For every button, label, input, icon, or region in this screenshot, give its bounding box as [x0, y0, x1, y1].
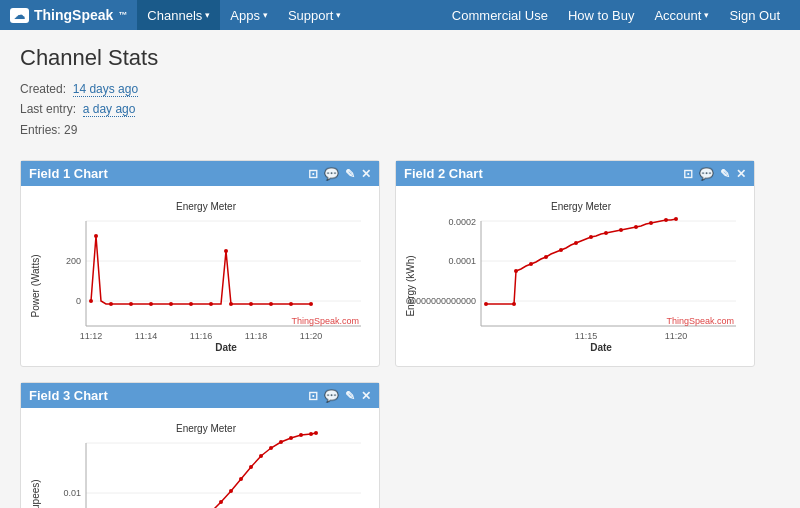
svg-point-54: [649, 221, 653, 225]
chart-card-field1: Field 1 Chart ⊡ 💬 ✎ ✕ Energy Meter Power…: [20, 160, 380, 367]
edit-icon-field1[interactable]: ✎: [345, 167, 355, 181]
chart-body-field2: Energy Meter Energy (kWh) Date 0.0002 0.…: [396, 186, 754, 366]
nav-account[interactable]: Account ▾: [644, 0, 719, 30]
svg-text:0.0001: 0.0001: [448, 256, 476, 266]
chart-title-field3: Field 3 Chart: [29, 388, 308, 403]
chart-body-field3: Energy Meter Bill (Rupees) Date 0.01 0 1…: [21, 408, 379, 508]
chart-title-field1: Field 1 Chart: [29, 166, 308, 181]
entries-row: Entries: 29: [20, 120, 780, 140]
nav-apps-chevron: ▾: [263, 10, 268, 20]
meta-info: Created: 14 days ago Last entry: a day a…: [20, 79, 780, 140]
close-icon-field2[interactable]: ✕: [736, 167, 746, 181]
svg-point-18: [129, 302, 133, 306]
brand-logo[interactable]: ☁ ThingSpeak™: [10, 7, 127, 23]
edit-icon-field3[interactable]: ✎: [345, 389, 355, 403]
nav-support-label: Support: [288, 8, 334, 23]
svg-text:-0.00000000000000000: -0.00000000000000000: [406, 296, 476, 306]
nav-right: Commercial Use How to Buy Account ▾ Sign…: [442, 0, 790, 30]
charts-grid: Field 1 Chart ⊡ 💬 ✎ ✕ Energy Meter Power…: [20, 160, 780, 508]
chart-svg-field1: Energy Meter Power (Watts) Date 200 0: [31, 196, 369, 356]
svg-point-52: [619, 228, 623, 232]
svg-text:11:14: 11:14: [135, 331, 158, 341]
last-entry-label: Last entry:: [20, 102, 76, 116]
svg-text:11:20: 11:20: [665, 331, 688, 341]
chart-title-field2: Field 2 Chart: [404, 166, 683, 181]
nav-apps-label: Apps: [230, 8, 260, 23]
created-label: Created:: [20, 82, 66, 96]
svg-point-50: [589, 235, 593, 239]
svg-point-51: [604, 231, 608, 235]
brand-tm: ™: [118, 10, 127, 20]
svg-point-22: [209, 302, 213, 306]
chart-header-field3: Field 3 Chart ⊡ 💬 ✎ ✕: [21, 383, 379, 408]
svg-point-17: [109, 302, 113, 306]
svg-text:Energy (kWh): Energy (kWh): [406, 256, 416, 317]
close-icon-field3[interactable]: ✕: [361, 389, 371, 403]
nav-apps[interactable]: Apps ▾: [220, 0, 278, 30]
nav-channels[interactable]: Channels ▾: [137, 0, 220, 30]
svg-point-15: [89, 299, 93, 303]
svg-point-20: [169, 302, 173, 306]
svg-point-96: [314, 431, 318, 435]
chart-card-field2: Field 2 Chart ⊡ 💬 ✎ ✕ Energy Meter Energ…: [395, 160, 755, 367]
comment-icon-field1[interactable]: 💬: [324, 167, 339, 181]
svg-text:Energy Meter: Energy Meter: [176, 423, 237, 434]
svg-point-95: [309, 432, 313, 436]
edit-icon-field2[interactable]: ✎: [720, 167, 730, 181]
expand-icon-field3[interactable]: ⊡: [308, 389, 318, 403]
svg-point-45: [514, 269, 518, 273]
chart-icons-field1: ⊡ 💬 ✎ ✕: [308, 167, 371, 181]
svg-point-86: [219, 500, 223, 504]
nav-support[interactable]: Support ▾: [278, 0, 352, 30]
svg-point-26: [269, 302, 273, 306]
navbar: ☁ ThingSpeak™ Channels ▾ Apps ▾ Support …: [0, 0, 800, 30]
svg-point-25: [249, 302, 253, 306]
nav-channels-label: Channels: [147, 8, 202, 23]
svg-text:ThingSpeak.com: ThingSpeak.com: [666, 316, 734, 326]
svg-point-23: [224, 249, 228, 253]
svg-point-48: [559, 248, 563, 252]
created-row: Created: 14 days ago: [20, 79, 780, 99]
chart-icons-field2: ⊡ 💬 ✎ ✕: [683, 167, 746, 181]
svg-point-27: [289, 302, 293, 306]
svg-point-21: [189, 302, 193, 306]
expand-icon-field1[interactable]: ⊡: [308, 167, 318, 181]
svg-text:11:16: 11:16: [190, 331, 213, 341]
svg-point-91: [269, 446, 273, 450]
svg-text:0: 0: [76, 296, 81, 306]
nav-commercial-use[interactable]: Commercial Use: [442, 0, 558, 30]
svg-point-90: [259, 454, 263, 458]
chart-card-field3: Field 3 Chart ⊡ 💬 ✎ ✕ Energy Meter Bill …: [20, 382, 380, 508]
svg-point-47: [544, 255, 548, 259]
svg-point-55: [664, 218, 668, 222]
created-value[interactable]: 14 days ago: [73, 82, 138, 97]
comment-icon-field3[interactable]: 💬: [324, 389, 339, 403]
svg-point-56: [674, 217, 678, 221]
comment-icon-field2[interactable]: 💬: [699, 167, 714, 181]
close-icon-field1[interactable]: ✕: [361, 167, 371, 181]
svg-point-89: [249, 465, 253, 469]
chart-svg-field2: Energy Meter Energy (kWh) Date 0.0002 0.…: [406, 196, 744, 356]
svg-point-53: [634, 225, 638, 229]
expand-icon-field2[interactable]: ⊡: [683, 167, 693, 181]
svg-text:Power (Watts): Power (Watts): [31, 255, 41, 318]
svg-text:ThingSpeak.com: ThingSpeak.com: [291, 316, 359, 326]
svg-text:Energy Meter: Energy Meter: [176, 201, 237, 212]
entries-value: Entries: 29: [20, 123, 77, 137]
svg-point-88: [239, 477, 243, 481]
svg-point-46: [529, 262, 533, 266]
svg-point-43: [484, 302, 488, 306]
last-entry-value[interactable]: a day ago: [83, 102, 136, 117]
svg-point-28: [309, 302, 313, 306]
svg-text:11:20: 11:20: [300, 331, 323, 341]
svg-point-44: [512, 302, 516, 306]
svg-text:0.0002: 0.0002: [448, 217, 476, 227]
nav-sign-out[interactable]: Sign Out: [719, 0, 790, 30]
svg-text:Energy Meter: Energy Meter: [551, 201, 612, 212]
svg-text:Date: Date: [215, 342, 237, 353]
brand-name: ThingSpeak: [34, 7, 113, 23]
nav-support-chevron: ▾: [336, 10, 341, 20]
svg-text:Bill (Rupees): Bill (Rupees): [31, 480, 41, 508]
nav-how-to-buy[interactable]: How to Buy: [558, 0, 644, 30]
svg-text:11:18: 11:18: [245, 331, 268, 341]
